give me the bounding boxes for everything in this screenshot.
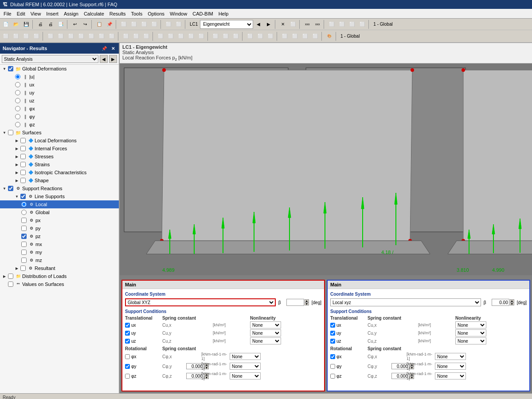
right-cb-phiy[interactable]: [330, 364, 335, 369]
tb-b3[interactable]: ⬜: [139, 20, 149, 29]
tb-r2-b20[interactable]: ⬜: [211, 31, 220, 41]
radio-global[interactable]: [21, 210, 27, 215]
tb-r2-b21[interactable]: ⬜: [221, 31, 231, 41]
tree-item-pz[interactable]: ⚙ pz: [0, 232, 119, 240]
tb-pdf[interactable]: 📑: [56, 20, 66, 29]
tb-b2[interactable]: ⬜: [129, 20, 139, 29]
cb-my[interactable]: [21, 250, 27, 255]
cb-internal-forces[interactable]: [20, 146, 26, 151]
tree-item-line-supports[interactable]: ▼ ⚙ Line Supports: [0, 192, 119, 200]
tb-paste[interactable]: 📌: [105, 20, 114, 29]
left-cb-phiz[interactable]: [125, 374, 130, 379]
left-beta-input[interactable]: ▲ ▼: [286, 299, 309, 306]
tree-item-stresses[interactable]: ▶ 🔷 Stresses: [0, 153, 119, 160]
nav-next-button[interactable]: ▶: [109, 55, 117, 63]
right-nonlin-phiz[interactable]: None: [435, 372, 466, 379]
tree-item-uz[interactable]: ║ uz: [0, 97, 119, 105]
cb-global-deformations[interactable]: [8, 66, 13, 71]
tb-b8[interactable]: ⬜: [288, 20, 298, 29]
tree-item-mz[interactable]: ⚙ mz: [0, 256, 119, 264]
cb-mx[interactable]: [21, 242, 27, 247]
left-coord-system-select[interactable]: Global XYZ: [125, 298, 276, 306]
right-nonlin-phiy[interactable]: None: [435, 363, 466, 370]
tb-r2-b5[interactable]: ⬜: [46, 31, 55, 41]
radio-phix[interactable]: [15, 106, 20, 111]
tree-item-phix[interactable]: ║ φx: [0, 105, 119, 113]
tree-item-surfaces[interactable]: ▼ 📁 Surfaces: [0, 129, 119, 137]
tb-r2-b24[interactable]: ⬜: [255, 31, 265, 41]
tree-item-global[interactable]: ⚙ Global: [0, 208, 119, 216]
tb-r2-b27[interactable]: ⬜: [290, 31, 300, 41]
tb-r2-b7[interactable]: ⬜: [66, 31, 76, 41]
tree-item-local-deformations[interactable]: ▶ 🔷 Local Deformations: [0, 137, 119, 145]
radio-ux[interactable]: [15, 82, 20, 87]
tb-b10[interactable]: ⬜: [337, 20, 347, 29]
right-cb-phix[interactable]: [330, 354, 335, 359]
tb-xxx2[interactable]: xxx: [313, 20, 322, 29]
radio-phiz[interactable]: [15, 122, 20, 127]
menu-item-insert[interactable]: Insert: [43, 10, 61, 17]
left-beta-down[interactable]: ▼: [305, 302, 309, 305]
left-nonlin-uy[interactable]: None: [250, 329, 281, 336]
tree-item-px[interactable]: ⚙ px: [0, 216, 119, 224]
tb-new[interactable]: 📄: [1, 20, 11, 29]
tb-r2-b22[interactable]: ⬜: [231, 31, 241, 41]
cb-isotropic[interactable]: [20, 170, 26, 175]
left-cb-uz[interactable]: [125, 339, 130, 344]
tb-r2-b18[interactable]: ⬜: [186, 31, 196, 41]
left-nonlin-phiy[interactable]: None: [230, 363, 261, 370]
menu-item-tools[interactable]: Tools: [128, 10, 145, 17]
tree-item-phiz[interactable]: ║ φz: [0, 121, 119, 129]
tb-r2-b3[interactable]: ⬜: [21, 31, 31, 41]
cb-surfaces[interactable]: [8, 130, 13, 135]
menu-item-help[interactable]: Help: [216, 10, 231, 17]
left-phiz-input[interactable]: ▲ ▼: [186, 373, 200, 379]
tb-r2-b14[interactable]: ⬜: [141, 31, 151, 41]
nav-close-button[interactable]: ✕: [110, 46, 116, 51]
tb-redo[interactable]: ↪: [80, 20, 90, 29]
left-beta-up[interactable]: ▲: [305, 299, 309, 302]
menu-item-results[interactable]: Results: [107, 10, 129, 17]
tb-r2-b2[interactable]: ⬜: [11, 31, 21, 41]
tb-r2-b29[interactable]: ⬜: [310, 31, 320, 41]
tree-item-strains[interactable]: ▶ 🔷 Strains: [0, 160, 119, 168]
tb-prev-lc[interactable]: ◀: [254, 20, 263, 29]
tb-r2-b10[interactable]: ⬜: [97, 31, 106, 41]
left-cb-ux[interactable]: [125, 323, 130, 328]
tb-r2-b1[interactable]: ⬜: [1, 31, 11, 41]
menu-item-file[interactable]: File: [1, 10, 14, 17]
tb-r2-b28[interactable]: ⬜: [300, 31, 310, 41]
tb-r2-b30[interactable]: 🎨: [325, 31, 334, 41]
cb-stresses[interactable]: [20, 154, 26, 159]
cb-resultant[interactable]: [20, 266, 26, 271]
right-nonlin-uy[interactable]: None: [455, 329, 486, 336]
tb-b11[interactable]: ⬜: [347, 20, 357, 29]
menu-item-cadbim[interactable]: CAD-BIM: [190, 10, 215, 17]
right-cb-phiz[interactable]: [330, 374, 335, 379]
tree-item-ux[interactable]: ║ ux: [0, 81, 119, 89]
tb-save[interactable]: 💾: [21, 20, 31, 29]
left-cb-phiy[interactable]: [125, 364, 130, 369]
viewport[interactable]: 4.989 4.18 /: [120, 63, 532, 275]
right-cb-uz[interactable]: [330, 339, 335, 344]
right-cb-uy[interactable]: [330, 331, 335, 336]
right-nonlin-ux[interactable]: None: [455, 321, 486, 329]
cb-line-supports[interactable]: [20, 194, 26, 199]
tb-r2-b4[interactable]: ⬜: [31, 31, 41, 41]
tree-item-uy[interactable]: ║ uy: [0, 89, 119, 97]
tree-item-py[interactable]: ⚙ py: [0, 224, 119, 232]
tb-undo[interactable]: ↩: [70, 20, 80, 29]
right-beta-up[interactable]: ▲: [510, 299, 514, 302]
tb-r2-b12[interactable]: ⬜: [121, 31, 131, 41]
left-nonlin-uz[interactable]: None: [250, 337, 281, 344]
tree-item-isotropic[interactable]: ▶ 🔷 Isotropic Characteristics: [0, 168, 119, 176]
tb-b12[interactable]: ⬜: [357, 20, 367, 29]
cb-values-surfaces[interactable]: [8, 282, 13, 287]
right-nonlin-uz[interactable]: None: [455, 337, 486, 344]
right-nonlin-phix[interactable]: None: [435, 353, 466, 360]
tree-item-global-deformations[interactable]: ▼ 📁 Global Deformations: [0, 65, 119, 73]
tree-item-resultant[interactable]: ▶ ⚙ Resultant: [0, 264, 119, 272]
menu-item-assign[interactable]: Assign: [61, 10, 81, 17]
tb-b4[interactable]: ⬜: [149, 20, 159, 29]
tb-r2-b25[interactable]: ⬜: [266, 31, 275, 41]
